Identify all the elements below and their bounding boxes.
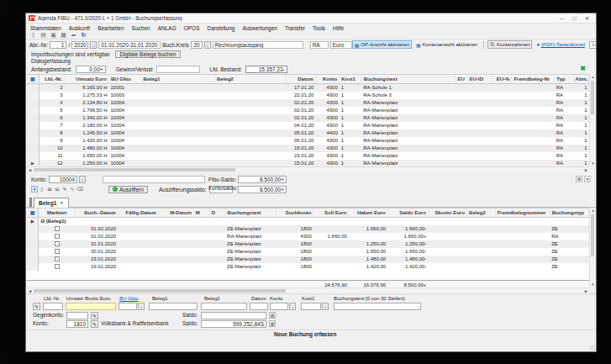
anfangsbestand-field[interactable]: 0,00+ (76, 66, 106, 73)
bu-gkto-dropdown-icon[interactable] (138, 303, 145, 310)
column-header[interactable]: Soll Euro (313, 208, 349, 217)
beleg2-input[interactable] (201, 303, 247, 310)
konto-dropdown-icon[interactable] (289, 303, 296, 310)
table-row[interactable]: 31.275,33 H1000322.01.2043001RA-Schule 3… (27, 92, 589, 99)
column-header[interactable]: M (193, 208, 209, 217)
split-view-icon[interactable] (576, 176, 582, 182)
column-header[interactable]: Haben Euro (349, 208, 387, 217)
row-checkbox[interactable] (55, 249, 60, 254)
column-header[interactable]: Saldo Euro (387, 208, 428, 217)
edit-icon[interactable] (33, 303, 40, 310)
column-header[interactable]: EU-ID (467, 75, 491, 83)
lower-horizontal-scrollbar[interactable]: ◀ ▶ (27, 288, 589, 293)
scroll-up-icon[interactable]: ▲ (590, 208, 596, 214)
upper-vertical-scrollbar[interactable]: ▲ ▼ (589, 74, 595, 166)
menu-item[interactable]: Auskunft (69, 25, 90, 31)
column-header[interactable]: Kost1 (340, 75, 361, 83)
table-row[interactable]: 91.420,00 H1000405.01.2043001RA-Marienpl… (27, 137, 589, 145)
column-header[interactable]: EU (456, 75, 467, 83)
excel-export-icon[interactable]: ✖ (580, 65, 586, 72)
close-button[interactable] (581, 14, 593, 23)
menu-item[interactable]: OPOS (184, 25, 200, 31)
resize-grip[interactable] (590, 346, 595, 351)
table-row[interactable]: 111.650,00 H1000423.01.2043001RA-Marienp… (27, 152, 589, 160)
menu-item[interactable]: ANLAG (158, 25, 176, 31)
menu-item[interactable]: Darstellung (208, 25, 235, 31)
trash-icon[interactable] (39, 186, 45, 193)
scroll-down-icon[interactable]: ▼ (590, 161, 596, 166)
edit-icon[interactable] (91, 320, 98, 328)
table-row[interactable]: 01.02.2020ZE-Marienplatz18001.660,001.66… (27, 225, 589, 233)
print-icon[interactable] (50, 32, 57, 39)
menu-item[interactable]: Auswertungen (242, 25, 277, 31)
digital-receipts-button[interactable]: Digitale Belege buchen (115, 50, 182, 58)
column-header[interactable]: Typ (555, 75, 573, 83)
table-row[interactable]: 42.134,80 H1000402.01.2043001RA-Marienpl… (27, 99, 589, 107)
table-row[interactable]: 31.01.2020ZE-Marienplatz18001.250,001.25… (27, 240, 589, 248)
table-row[interactable]: 01.02.2020RA-Marienplatz43001.660,001.66… (27, 233, 589, 240)
menu-item[interactable]: Stammdaten (30, 25, 61, 31)
table-row[interactable]: 23.01.2020ZE-Marienplatz18001.480,001.48… (27, 256, 589, 263)
filter-icon[interactable] (31, 186, 38, 193)
column-header[interactable]: Fremdbeleg-Nr (512, 75, 555, 83)
scroll-up-icon[interactable]: ▲ (590, 74, 596, 80)
column-header[interactable]: Buchungstext (361, 75, 456, 83)
column-header[interactable]: Fällig-Datum (118, 208, 158, 217)
datum-input[interactable] (250, 303, 268, 310)
column-header[interactable]: Markiert (39, 208, 76, 217)
ausziffern-button[interactable]: ✓ Ausziffern (108, 186, 148, 193)
buchungstext-combo[interactable] (334, 303, 421, 310)
search-input[interactable]: Suchbegriff erfassen... (589, 41, 596, 49)
buchkreis-input[interactable]: 20 (191, 41, 203, 49)
column-header[interactable]: Umsatz Euro (65, 75, 109, 83)
column-header[interactable] (27, 208, 39, 217)
column-header[interactable]: Fremdbelegnummer (495, 208, 550, 217)
minimize-button[interactable] (556, 14, 568, 23)
calculator-icon[interactable] (269, 312, 276, 319)
column-header[interactable]: M-Datum (158, 208, 193, 217)
table-row[interactable]: 101.480,00 H1000415.01.2043001RA-Marienp… (27, 145, 589, 152)
abr-dropdown-icon[interactable] (90, 41, 97, 49)
table-row[interactable]: 30.01.2020ZE-Marienplatz18001.650,001.65… (27, 248, 589, 256)
table-row[interactable]: 81.245,50 H1000405.01.2044001RA-Marienpl… (27, 129, 589, 137)
calculator-icon[interactable] (269, 320, 276, 327)
table-row[interactable]: 72.180,00 H1000404.01.2043001RA-Marienpl… (27, 122, 589, 129)
group-row[interactable]: ▶⊟ (Beleg1) (27, 217, 589, 225)
gegenkonto-input[interactable] (66, 312, 88, 319)
column-header[interactable]: EU-% (492, 75, 512, 83)
abr-year-input[interactable]: 2020 (71, 41, 88, 49)
row-checkbox[interactable] (55, 234, 60, 239)
bu-gkto-link[interactable]: BU Gkto (119, 296, 139, 301)
column-header[interactable]: Datum (287, 75, 316, 83)
kontenrahmen-button[interactable]: Kontenrahmen (487, 40, 532, 49)
print-list-icon[interactable] (60, 32, 67, 39)
beleg1-input[interactable] (149, 303, 198, 310)
bu-gkto-input[interactable] (119, 303, 137, 310)
maximize-button[interactable] (568, 14, 581, 23)
table-row[interactable]: 51.796,50 H1000402.01.2043001RA-Marienpl… (27, 107, 589, 114)
menu-item[interactable]: Hilfe (333, 25, 344, 31)
konto-dropdown-icon[interactable] (79, 176, 86, 183)
row-checkbox[interactable] (55, 264, 60, 269)
column-header[interactable]: Beleg2 (467, 208, 496, 217)
column-header[interactable]: Abm. (573, 75, 588, 83)
column-header[interactable]: Beleg2 (214, 75, 286, 83)
row-checkbox[interactable] (55, 241, 60, 246)
row-checkbox[interactable] (55, 256, 60, 261)
menu-item[interactable]: Bearbeiten (97, 25, 124, 31)
tab-beleg1[interactable]: Beleg1 ▼ (34, 198, 69, 208)
table-row[interactable]: 61.340,00 H1000402.01.2043001RA-Marienpl… (27, 114, 589, 122)
kost1-input[interactable] (301, 303, 321, 310)
column-header[interactable]: Buch.-Datum (76, 208, 118, 217)
copy-icon[interactable] (40, 32, 47, 39)
konto-input-field[interactable] (270, 303, 288, 310)
scroll-down-icon[interactable]: ▼ (590, 282, 596, 288)
refresh-icon[interactable] (80, 32, 87, 39)
column-header[interactable]: Buchungstext (225, 208, 277, 217)
abr-number-input[interactable]: 1 (50, 41, 66, 49)
column-header[interactable]: Buchungstyp (550, 208, 588, 217)
umsatz-input[interactable] (66, 303, 116, 310)
konto-input[interactable]: 10004 (49, 176, 77, 183)
pdf-shortcuts-link[interactable]: ● (PDF)-Tastenkürzel (534, 40, 587, 49)
import-available-link[interactable]: Importbuchungen sind verfügbar (31, 51, 110, 57)
